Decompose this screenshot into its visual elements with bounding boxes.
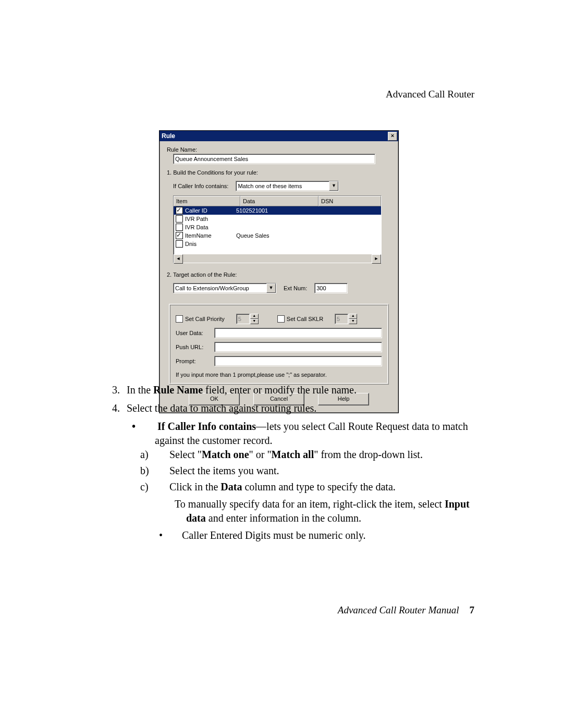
set-sklr-checkbox[interactable]: Set Call SKLR [277,315,323,323]
set-sklr-label: Set Call SKLR [287,316,323,322]
title-bar: Rule × [160,131,398,141]
list-row[interactable]: ItemNameQueue Sales [174,231,381,240]
step-4: 4.Select the data to match against routi… [112,401,472,542]
checkbox-icon[interactable] [176,224,183,231]
list-row[interactable]: Dnis [174,240,381,248]
rule-name-input[interactable]: Queue Announcement Sales [173,154,375,164]
spin-down-icon[interactable]: ▼ [349,319,357,324]
priority-value: 5 [236,314,250,324]
dialog-figure: Rule × Rule Name: Queue Announcement Sal… [159,130,399,413]
rule-dialog: Rule × Rule Name: Queue Announcement Sal… [159,130,399,413]
checkbox-icon[interactable] [176,207,183,214]
checkbox-icon[interactable] [176,240,183,248]
prompt-label: Prompt: [176,358,214,364]
list-row[interactable]: IVR Data [174,223,381,231]
ext-num-input[interactable]: 300 [314,283,348,293]
list-row[interactable]: Caller ID5102521001 [174,206,381,215]
if-caller-label: If Caller Info contains: [173,183,228,189]
step-4c: c)Click in the Data column and type to s… [155,480,472,494]
list-item-data: Queue Sales [235,232,309,239]
close-icon[interactable]: × [388,132,397,141]
scroll-left-icon[interactable]: ◄ [174,254,183,264]
conditions-header: 1. Build the Conditions for your rule: [167,169,391,176]
list-header: Item Data DSN [174,196,381,206]
checkbox-icon[interactable] [176,215,183,223]
list-item-name: IVR Path [185,216,208,222]
prompt-separator-note: If you input more than 1 prompt,please u… [176,372,382,378]
set-priority-checkbox[interactable]: Set Call Priority [176,315,225,323]
target-action-value: Call to Extension/WorkGroup [173,283,276,293]
list-item-name: Caller ID [185,207,207,214]
target-header: 2. Target action of the Rule: [167,272,391,278]
running-header: Advanced Call Router [386,89,474,100]
match-mode-value: Match one of these items [236,181,339,191]
conditions-list[interactable]: Item Data DSN Caller ID5102521001IVR Pat… [173,195,382,263]
list-item-name: Dnis [185,241,197,247]
ext-num-label: Ext Num: [284,285,307,291]
list-item-data: 5102521001 [235,207,309,214]
step-4b: b)Select the items you want. [155,464,472,478]
user-data-input[interactable] [214,328,382,338]
checkbox-icon [277,315,285,323]
window-title: Rule [162,132,175,140]
manual-input-note: To manually specify data for an item, ri… [170,497,472,525]
target-action-combo[interactable]: Call to Extension/WorkGroup ▼ [173,283,276,293]
push-url-label: Push URL: [176,344,214,350]
list-h-scrollbar[interactable]: ◄ ► [174,254,381,263]
priority-spin[interactable]: 5 ▲▼ [236,314,259,324]
col-dsn[interactable]: DSN [319,196,381,206]
spin-up-icon[interactable]: ▲ [250,314,259,319]
push-url-input[interactable] [214,342,382,352]
list-item-name: ItemName [185,232,212,239]
spin-down-icon[interactable]: ▼ [250,319,259,324]
numeric-only-note: Caller Entered Digits must be numeric on… [170,528,472,542]
step-4a: a)Select "Match one" or "Match all" from… [155,448,472,462]
spin-up-icon[interactable]: ▲ [349,314,357,319]
prompt-input[interactable] [214,356,382,366]
user-data-label: User Data: [176,330,214,336]
match-mode-combo[interactable]: Match one of these items ▼ [236,181,339,191]
list-row[interactable]: IVR Path [174,215,381,223]
sklr-value: 5 [335,314,348,324]
list-item-name: IVR Data [185,224,209,230]
checkbox-icon [176,315,183,323]
options-group: Set Call Priority 5 ▲▼ Set Call SKLR 5 [169,304,389,385]
set-priority-label: Set Call Priority [185,316,225,322]
chevron-down-icon[interactable]: ▼ [329,181,338,191]
instruction-copy: 3.In the Rule Name field, enter or modif… [112,383,472,547]
step-3: 3.In the Rule Name field, enter or modif… [112,383,472,397]
rule-name-label: Rule Name: [167,146,391,153]
col-item[interactable]: Item [174,196,240,206]
col-data[interactable]: Data [240,196,319,206]
scroll-right-icon[interactable]: ► [372,254,381,264]
chevron-down-icon[interactable]: ▼ [266,283,276,293]
step-4-bullet-1: If Caller Info contains—lets you select … [143,419,472,542]
checkbox-icon[interactable] [176,232,183,239]
running-footer: Advanced Call Router Manual7 [338,604,474,616]
sklr-spin[interactable]: 5 ▲▼ [335,314,357,324]
